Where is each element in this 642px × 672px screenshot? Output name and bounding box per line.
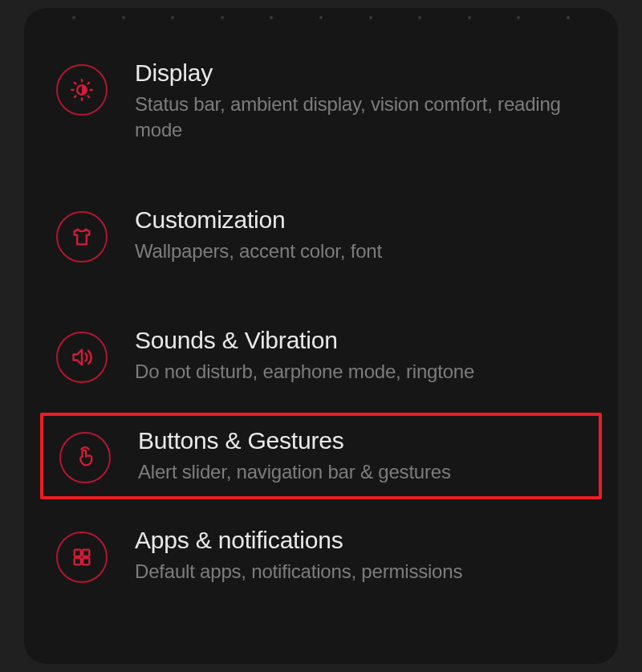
touch-icon [59,432,111,483]
sound-icon [56,332,108,383]
svg-rect-11 [75,558,81,564]
settings-item-text: Apps & notifications Default apps, notif… [135,527,586,584]
highlight-box: Buttons & Gestures Alert slider, navigat… [40,413,602,499]
settings-item-subtitle: Wallpapers, accent color, font [135,238,586,264]
settings-item-sounds[interactable]: Sounds & Vibration Do not disturb, earph… [24,307,618,404]
tshirt-icon [56,211,108,263]
settings-item-title: Display [135,59,586,87]
settings-item-subtitle: Default apps, notifications, permissions [135,559,586,584]
svg-rect-12 [83,558,89,564]
settings-item-title: Sounds & Vibration [135,327,586,354]
svg-rect-9 [75,550,81,556]
decorative-dots [72,16,570,19]
settings-item-title: Buttons & Gestures [138,427,583,454]
settings-item-text: Buttons & Gestures Alert slider, navigat… [138,427,583,485]
settings-item-display[interactable]: Display Status bar, ambient display, vis… [24,40,618,163]
settings-item-subtitle: Do not disturb, earphone mode, ringtone [135,359,586,385]
settings-screen: Display Status bar, ambient display, vis… [24,8,618,664]
svg-line-8 [87,83,89,84]
brightness-icon [56,64,108,116]
settings-item-apps[interactable]: Apps & notifications Default apps, notif… [24,507,618,604]
settings-item-title: Customization [135,206,586,234]
settings-item-buttons-gestures[interactable]: Buttons & Gestures Alert slider, navigat… [59,427,583,485]
svg-line-4 [87,96,89,97]
settings-item-title: Apps & notifications [135,527,586,554]
settings-item-text: Sounds & Vibration Do not disturb, earph… [135,327,586,385]
settings-item-subtitle: Status bar, ambient display, vision comf… [135,92,586,144]
settings-item-customization[interactable]: Customization Wallpapers, accent color, … [24,187,618,283]
svg-line-3 [75,83,76,84]
settings-item-text: Customization Wallpapers, accent color, … [135,206,586,264]
svg-line-7 [75,96,76,97]
settings-item-text: Display Status bar, ambient display, vis… [135,59,586,144]
settings-item-subtitle: Alert slider, navigation bar & gestures [138,459,583,485]
apps-icon [56,531,108,583]
svg-rect-10 [83,550,89,556]
